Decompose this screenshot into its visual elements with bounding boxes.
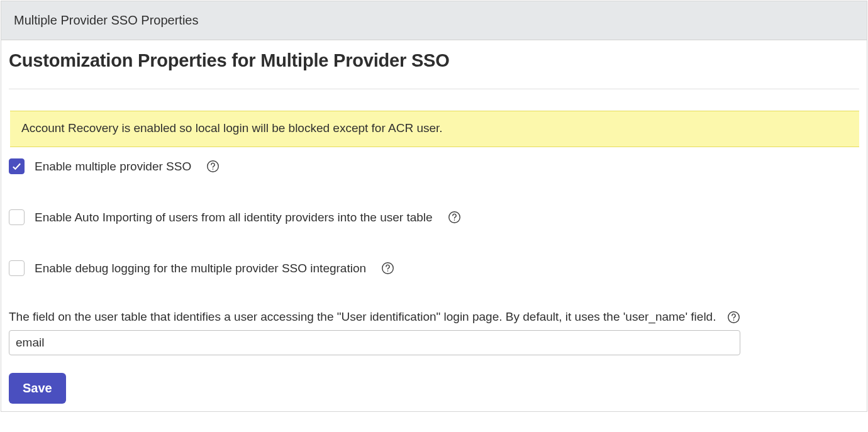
svg-point-7 [733, 319, 735, 321]
svg-point-5 [387, 270, 389, 272]
user-field-group: The field on the user table that identif… [9, 310, 859, 355]
enable-auto-import-row: Enable Auto Importing of users from all … [9, 209, 859, 225]
help-icon[interactable] [381, 262, 394, 275]
user-field-label-row: The field on the user table that identif… [9, 310, 859, 324]
enable-sso-row: Enable multiple provider SSO [9, 158, 859, 174]
help-icon[interactable] [448, 211, 461, 224]
panel-header-title: Multiple Provider SSO Properties [14, 13, 854, 28]
account-recovery-alert: Account Recovery is enabled so local log… [10, 111, 859, 147]
panel-header: Multiple Provider SSO Properties [1, 1, 867, 40]
page-title: Customization Properties for Multiple Pr… [9, 50, 859, 71]
help-icon[interactable] [206, 160, 220, 173]
properties-panel: Multiple Provider SSO Properties Customi… [1, 1, 867, 412]
enable-debug-row: Enable debug logging for the multiple pr… [9, 260, 859, 276]
enable-sso-label: Enable multiple provider SSO [35, 160, 191, 174]
user-field-input[interactable] [9, 330, 740, 355]
enable-auto-import-label: Enable Auto Importing of users from all … [35, 211, 433, 224]
enable-sso-checkbox[interactable] [9, 158, 25, 174]
save-button[interactable]: Save [9, 373, 66, 404]
help-icon[interactable] [727, 311, 740, 324]
divider [9, 89, 859, 89]
panel-body: Customization Properties for Multiple Pr… [1, 40, 867, 411]
enable-auto-import-checkbox[interactable] [9, 209, 25, 225]
user-field-label: The field on the user table that identif… [9, 310, 716, 324]
svg-point-1 [213, 169, 214, 170]
enable-debug-checkbox[interactable] [9, 260, 25, 276]
check-icon [11, 161, 22, 172]
enable-debug-label: Enable debug logging for the multiple pr… [35, 262, 366, 275]
svg-point-3 [453, 219, 455, 221]
